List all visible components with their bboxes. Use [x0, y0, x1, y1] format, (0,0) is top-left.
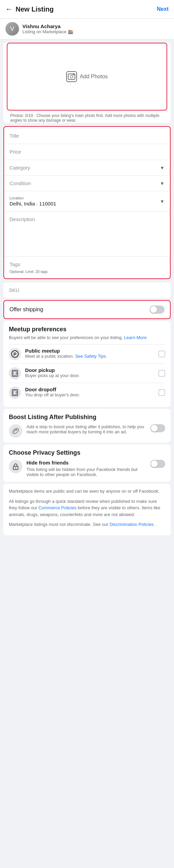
condition-field[interactable]: ▼ [4, 176, 170, 191]
door-dropoff-icon [9, 387, 21, 399]
svg-point-1 [70, 75, 73, 78]
meetup-title: Meetup preferences [9, 326, 165, 333]
category-field[interactable]: ▼ [4, 160, 170, 176]
price-field[interactable] [4, 144, 170, 160]
meetup-option-dropoff: Door dropoff You drop off at buyer's doo… [9, 383, 165, 402]
listing-form: ▼ ▼ Location Delhi, India · 110001 ▼ Opt… [3, 126, 171, 279]
offer-shipping-toggle[interactable] [150, 305, 165, 314]
location-field[interactable]: Location Delhi, India · 110001 ▼ [4, 191, 170, 212]
next-button[interactable]: Next [157, 6, 169, 12]
public-meetup-text: Public meetup Meet at a public location.… [25, 348, 154, 359]
door-dropoff-text: Door dropoff You drop off at buyer's doo… [25, 387, 154, 397]
photo-wrapper: Add Photos Photos: 0/10 · Choose your li… [3, 43, 171, 123]
condition-dropdown-icon: ▼ [160, 181, 165, 186]
profile-row: V Vishnu Acharya Listing on Marketplace … [0, 19, 174, 39]
sku-input[interactable] [9, 287, 165, 293]
svg-point-15 [15, 468, 16, 469]
hide-from-friends-desc: This listing will be hidden from your Fa… [26, 467, 146, 477]
location-dropdown-icon: ▼ [160, 199, 165, 204]
add-photo-icon [66, 71, 77, 82]
toggle-knob [150, 306, 157, 313]
offer-shipping-label: Offer shipping [9, 307, 43, 313]
boost-toggle[interactable] [150, 424, 165, 432]
public-meetup-icon: P [9, 348, 21, 360]
store-icon: 🏬 [68, 29, 73, 34]
boost-row: Add a step to boost your listing after i… [9, 424, 165, 438]
page-title: New Listing [16, 5, 54, 13]
discrimination-policies-link[interactable]: Discrimination Policies [110, 522, 154, 527]
privacy-section: Choose Privacy Settings Hide from friend… [3, 445, 171, 482]
offer-shipping-section: Offer shipping [3, 300, 171, 319]
description-field[interactable] [4, 212, 170, 257]
door-pickup-checkbox[interactable] [158, 370, 165, 377]
footer-notes: Marketplace items are public and can be … [3, 484, 171, 535]
boost-icon [9, 424, 22, 438]
footer-note-2: All listings go through a quick standard… [9, 498, 165, 518]
privacy-title: Choose Privacy Settings [9, 449, 165, 456]
profile-subtitle: Listing on Marketplace 🏬 [22, 29, 169, 34]
description-input[interactable] [9, 216, 165, 250]
back-button[interactable]: ← [5, 5, 13, 14]
svg-point-11 [16, 392, 16, 393]
safety-tips-link[interactable]: See Safety Tips [75, 354, 106, 359]
meetup-option-public: P Public meetup Meet at a public locatio… [9, 344, 165, 363]
category-input[interactable] [9, 165, 160, 171]
profile-info: Vishnu Acharya Listing on Marketplace 🏬 [22, 23, 169, 34]
hide-from-friends-name: Hide from friends [26, 460, 146, 466]
svg-point-8 [16, 373, 16, 374]
door-pickup-name: Door pickup [25, 367, 154, 373]
meetup-section: Meetup preferences Buyers will be able t… [3, 321, 171, 407]
commerce-policies-link[interactable]: Commerce Policies [38, 505, 76, 510]
door-dropoff-desc: You drop off at buyer's door. [25, 392, 154, 397]
svg-text:P: P [14, 352, 17, 357]
tags-field[interactable] [4, 257, 170, 269]
public-meetup-checkbox[interactable] [158, 351, 165, 357]
location-label: Location [9, 196, 56, 200]
door-dropoff-name: Door dropoff [25, 387, 154, 392]
avatar: V [5, 22, 19, 36]
boost-title: Boost Listing After Publishing [9, 414, 165, 421]
boost-desc: Add a step to boost your listing after i… [26, 424, 146, 434]
header-left: ← New Listing [5, 5, 54, 14]
location-content: Location Delhi, India · 110001 [9, 196, 56, 206]
sku-section[interactable] [3, 282, 171, 298]
svg-point-12 [12, 427, 19, 435]
price-input[interactable] [9, 149, 165, 155]
footer-note-1: Marketplace items are public and can be … [9, 488, 165, 495]
category-dropdown-icon: ▼ [160, 165, 165, 171]
door-pickup-desc: Buyer picks up at your door. [25, 373, 154, 378]
door-pickup-text: Door pickup Buyer picks up at your door. [25, 367, 154, 378]
public-meetup-name: Public meetup [25, 348, 154, 354]
add-photos-label: Add Photos [80, 74, 108, 80]
footer-note-3: Marketplace listings must not discrimina… [9, 521, 165, 528]
meetup-option-pickup: Door pickup Buyer picks up at your door. [9, 363, 165, 383]
avatar-image: V [5, 22, 19, 36]
privacy-toggle-knob [151, 460, 158, 467]
boost-toggle-knob [151, 425, 158, 432]
door-dropoff-checkbox[interactable] [158, 389, 165, 396]
title-field[interactable] [4, 128, 170, 144]
photos-hint: Photos: 0/10 · Choose your listing's mai… [7, 111, 167, 123]
meetup-desc: Buyers will be able to see your preferen… [9, 335, 165, 340]
privacy-icon [9, 460, 22, 473]
door-pickup-icon [9, 367, 21, 379]
public-meetup-desc: Meet at a public location. See Safety Ti… [25, 354, 154, 359]
tags-input[interactable] [9, 261, 165, 267]
profile-name: Vishnu Acharya [22, 23, 169, 29]
privacy-text: Hide from friends This listing will be h… [26, 460, 146, 477]
boost-section: Boost Listing After Publishing Add a ste… [3, 409, 171, 442]
tags-hint: Optional. Limit: 20 tags [4, 269, 170, 277]
location-value: Delhi, India · 110001 [9, 201, 56, 206]
privacy-row: Hide from friends This listing will be h… [9, 460, 165, 477]
condition-input[interactable] [9, 180, 160, 186]
photo-upload-area[interactable]: Add Photos [7, 43, 167, 111]
hide-from-friends-toggle[interactable] [150, 460, 165, 468]
title-input[interactable] [9, 133, 165, 139]
add-photos-button[interactable]: Add Photos [66, 71, 108, 82]
learn-more-link[interactable]: Learn More [124, 335, 147, 340]
header: ← New Listing Next [0, 0, 174, 19]
